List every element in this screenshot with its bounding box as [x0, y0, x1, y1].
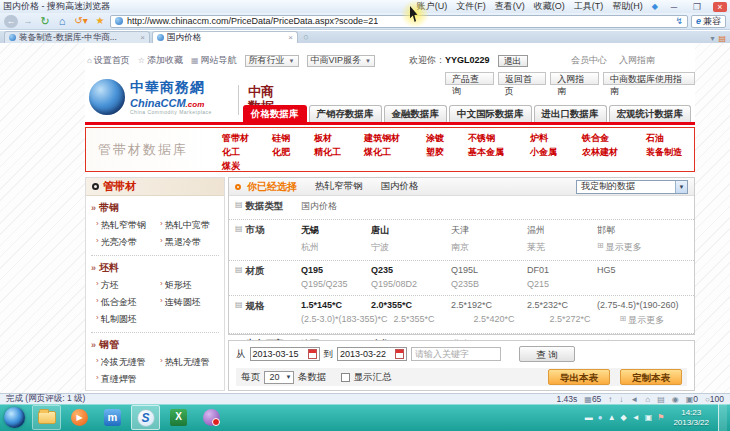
menu-tools[interactable]: 工具(T)	[574, 0, 604, 13]
cat-link[interactable]: 不锈钢	[468, 132, 530, 144]
search-button[interactable]: 查 询	[519, 346, 575, 362]
taskbar-globe-app[interactable]	[197, 405, 226, 430]
cat-link[interactable]: 煤化工	[364, 146, 426, 158]
new-tab-button[interactable]: ○	[300, 32, 312, 43]
filter-value[interactable]: 2.0*355*C	[371, 300, 445, 310]
set-home-link[interactable]: ⌂ 设置首页	[87, 54, 130, 67]
calendar-icon[interactable]	[395, 349, 404, 359]
start-button[interactable]	[4, 407, 25, 428]
refresh-icon[interactable]: ↻	[38, 15, 52, 28]
filter-value[interactable]: 2.5*272*C	[550, 314, 614, 327]
sidebar-item[interactable]: ›冷拔无缝管	[96, 356, 160, 369]
cat-link[interactable]: 小金属	[530, 146, 582, 158]
industry-select[interactable]: 所有行业 ▼	[245, 55, 299, 67]
network-icon[interactable]: ▣	[645, 413, 653, 422]
filter-value[interactable]: 2.5*355*C	[394, 314, 468, 327]
restore-button[interactable]: ❐	[690, 2, 704, 12]
cat-link[interactable]: 建筑钢材	[364, 132, 426, 144]
filter-value[interactable]: 2.5*420*C	[474, 314, 544, 327]
home-icon[interactable]: ⌂	[645, 395, 650, 404]
history-icon[interactable]: ↺▾	[72, 15, 90, 28]
my-data-select[interactable]: 我定制的数据 ▼	[576, 180, 688, 194]
tab-finance-db[interactable]: 金融数据库	[384, 105, 448, 122]
menu-favorites[interactable]: 收藏(O)	[534, 0, 565, 13]
tab-import-export-db[interactable]: 进出口数据库	[534, 105, 607, 122]
eye-icon[interactable]: ◉	[672, 395, 679, 404]
cat-link[interactable]: 板材	[314, 132, 364, 144]
filter-value[interactable]: 宁波	[371, 241, 445, 254]
group-pipe[interactable]: » 钢管	[91, 335, 219, 354]
taskbar-excel[interactable]: X	[164, 405, 193, 430]
minimize-button[interactable]: ─	[667, 2, 681, 12]
menu-view[interactable]: 查看(V)	[495, 0, 525, 13]
group-strip-steel[interactable]: » 带钢	[91, 198, 219, 217]
filter-value[interactable]: 温州	[527, 224, 591, 237]
site-nav-link[interactable]: ▦ 网站导航	[191, 54, 237, 67]
cat-link[interactable]: 炉料	[530, 132, 582, 144]
url-bar[interactable]: http://www.chinaccm.com/PriceData/PriceD…	[110, 15, 688, 28]
sidebar-item[interactable]: ›连铸圆坯	[160, 296, 220, 309]
add-favorite-link[interactable]: ☆ 添加收藏	[138, 54, 183, 67]
sidebar-item[interactable]: ›矩形坯	[160, 279, 220, 292]
keyboard-tray-icon[interactable]: ▬	[585, 413, 593, 422]
filter-value[interactable]: 邯郸	[597, 224, 615, 237]
show-more-link[interactable]: ⊞显示更多	[597, 241, 642, 254]
cat-link[interactable]: 塑胶	[426, 146, 468, 158]
per-page-select[interactable]: 20 ▼	[264, 371, 294, 384]
zoom-level[interactable]: 100	[710, 394, 724, 404]
compatibility-mode-button[interactable]: e 兼容	[691, 15, 726, 28]
summary-checkbox[interactable]	[341, 373, 350, 382]
network-guide-link[interactable]: 入网指南	[619, 54, 655, 67]
cat-link[interactable]: 铁合金	[582, 132, 646, 144]
cat-link[interactable]: 管带材	[222, 132, 272, 144]
cat-link[interactable]: 基本金属	[468, 146, 530, 158]
from-date-field[interactable]: 2013-03-15	[250, 347, 320, 361]
list-icon[interactable]: ▤	[657, 395, 665, 404]
hidden-icons-arrow[interactable]: ▲	[608, 413, 616, 422]
db-manual-button[interactable]: 中商数据库使用指南	[603, 72, 695, 85]
filter-value[interactable]: Q235B	[451, 279, 521, 289]
volume-icon[interactable]: ◄	[632, 413, 640, 422]
tab-production-db[interactable]: 产销存数据库	[309, 105, 382, 122]
cat-link[interactable]: 煤炭	[222, 160, 272, 172]
product-query-button[interactable]: 产品查询	[445, 72, 494, 85]
filter-value[interactable]: (2.5-3.0)*(183-355)*C	[301, 314, 388, 327]
filter-value[interactable]: 南京	[451, 241, 521, 254]
group-billet[interactable]: » 坯料	[91, 258, 219, 277]
filter-value[interactable]: Q235	[371, 265, 445, 275]
filter-value[interactable]: 无锡	[301, 224, 365, 237]
favorites-star-icon[interactable]: ★	[93, 15, 107, 28]
export-table-button[interactable]: 导出本表	[548, 369, 610, 385]
menu-help[interactable]: 帮助(H)	[612, 0, 643, 13]
reading-list-icon[interactable]: ▤	[718, 34, 726, 43]
menu-file[interactable]: 文件(F)	[456, 0, 486, 13]
tab-intl-db[interactable]: 中文国际数据库	[449, 105, 532, 122]
filter-value[interactable]: 国内价格	[301, 200, 365, 213]
menu-account[interactable]: 账户(U)	[417, 0, 448, 13]
network-error-icon[interactable]: ⚑	[657, 413, 664, 422]
close-button[interactable]: ×	[713, 2, 727, 12]
show-more-link[interactable]: ⊞显示更多	[620, 314, 665, 327]
sidebar-item[interactable]: ›光亮冷带	[96, 236, 160, 249]
filter-value[interactable]: (2.75-4.5)*(190-260)	[597, 300, 679, 310]
url-text[interactable]: http://www.chinaccm.com/PriceData/PriceD…	[127, 16, 378, 26]
filter-value[interactable]: Q195/Q235	[301, 279, 365, 289]
sidebar-item[interactable]: ›低合金坯	[96, 296, 160, 309]
filter-value[interactable]: 天津	[451, 224, 521, 237]
update-tray-icon[interactable]: ◆	[621, 413, 627, 422]
tab-price-db[interactable]: 价格数据库	[243, 105, 307, 122]
site-logo[interactable]: 中華商務網 ChinaCCM.com China Commodity Marke…	[89, 79, 212, 115]
show-desktop-button[interactable]	[718, 404, 727, 431]
tab-close-icon[interactable]: ×	[140, 33, 145, 42]
sidebar-item[interactable]: ›方坯	[96, 279, 160, 292]
skin-icon[interactable]: ◆	[652, 2, 658, 11]
member-center-link[interactable]: 会员中心	[571, 54, 607, 67]
tab-list-icon[interactable]: ▾	[710, 34, 714, 43]
app-tray-icon[interactable]: ●	[598, 413, 603, 422]
customize-table-button[interactable]: 定制本表	[620, 369, 682, 385]
filter-value[interactable]: Q195/08D2	[371, 279, 445, 289]
logout-button[interactable]: 退出	[498, 55, 528, 67]
cat-link[interactable]: 涂镀	[426, 132, 468, 144]
back-icon[interactable]: ←	[4, 15, 18, 28]
sidebar-item[interactable]: ›轧制圆坯	[96, 313, 160, 326]
